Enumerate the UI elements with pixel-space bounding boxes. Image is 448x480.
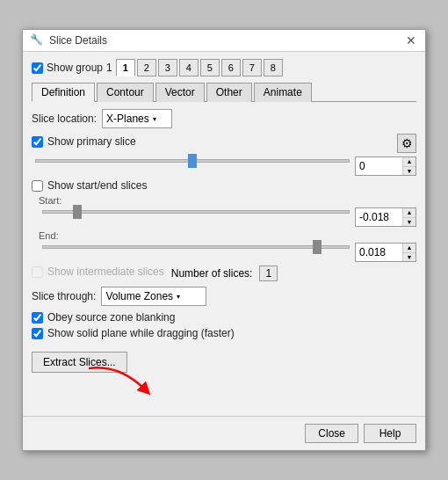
show-start-end-checkbox[interactable] <box>32 180 43 192</box>
start-spin-up[interactable]: ▲ <box>403 208 415 218</box>
close-button[interactable]: Close <box>305 424 358 443</box>
group-number: 1 <box>106 62 112 74</box>
primary-value: 0 <box>356 160 402 172</box>
end-slider-row: 0.018 ▲ ▼ <box>39 243 416 262</box>
help-button[interactable]: Help <box>364 424 416 443</box>
group-tab-4[interactable]: 4 <box>179 59 199 76</box>
app-icon: 🔧 <box>30 33 44 47</box>
group-tab-3[interactable]: 3 <box>158 59 177 76</box>
solid-plane-row: Show solid plane while dragging (faster) <box>32 327 416 339</box>
group-tab-7[interactable]: 7 <box>242 59 262 76</box>
group-tab-5[interactable]: 5 <box>200 59 220 76</box>
num-slices-label: Number of slices: <box>171 267 253 280</box>
start-spin-down[interactable]: ▼ <box>403 218 415 227</box>
intermediate-checkbox-row: Show intermediate slices <box>32 265 164 278</box>
group-tab-2[interactable]: 2 <box>137 59 156 76</box>
group-tab-1[interactable]: 1 <box>116 59 135 76</box>
end-label: End: <box>39 230 416 241</box>
show-primary-label: Show primary slice <box>47 135 136 148</box>
end-spin-down[interactable]: ▼ <box>403 253 415 262</box>
tab-definition[interactable]: Definition <box>32 83 95 102</box>
primary-spin-up[interactable]: ▲ <box>403 157 415 167</box>
slice-location-row: Slice location: X-Planes ▾ <box>32 109 416 128</box>
slice-through-select[interactable]: Volume Zones ▾ <box>101 287 206 306</box>
start-slider-row: -0.018 ▲ ▼ <box>39 207 416 227</box>
show-intermediate-label: Show intermediate slices <box>47 265 164 278</box>
start-spin[interactable]: -0.018 ▲ ▼ <box>355 207 416 227</box>
slice-through-label: Slice through: <box>32 290 96 302</box>
solid-plane-label: Show solid plane while dragging (faster) <box>47 327 235 339</box>
start-section: Start: -0.018 ▲ ▼ <box>32 195 416 227</box>
slice-details-dialog: 🔧 Slice Details ✕ Show group 1 1 2 3 4 5… <box>22 29 426 451</box>
show-group-label: Show group <box>47 62 103 74</box>
show-intermediate-checkbox[interactable] <box>32 266 43 278</box>
title-bar: 🔧 Slice Details ✕ <box>23 30 425 52</box>
end-value: 0.018 <box>356 246 402 258</box>
end-slider[interactable] <box>42 245 350 259</box>
primary-slider-row: 0 ▲ ▼ <box>32 156 416 176</box>
intermediate-row: Show intermediate slices Number of slice… <box>32 265 416 281</box>
footer-buttons: Close Help <box>23 416 425 450</box>
close-dialog-button[interactable]: ✕ <box>404 33 418 47</box>
tab-vector[interactable]: Vector <box>155 83 205 102</box>
show-group-checkbox[interactable] <box>32 62 43 74</box>
show-group-row: Show group 1 1 2 3 4 5 6 7 8 <box>32 59 416 76</box>
solid-plane-checkbox[interactable] <box>32 328 43 339</box>
primary-slider[interactable] <box>35 159 350 173</box>
slice-location-label: Slice location: <box>32 113 97 125</box>
extract-wrapper: Extract Slices... <box>32 345 127 373</box>
start-value: -0.018 <box>356 211 402 223</box>
primary-spin[interactable]: 0 ▲ ▼ <box>355 156 416 176</box>
extract-slices-button[interactable]: Extract Slices... <box>32 352 127 373</box>
obey-blanking-row: Obey source zone blanking <box>32 311 416 324</box>
tab-other[interactable]: Other <box>206 83 252 102</box>
show-primary-row: Show primary slice <box>32 135 136 148</box>
slice-location-arrow: ▾ <box>153 115 156 123</box>
start-label: Start: <box>39 195 416 206</box>
group-tab-8[interactable]: 8 <box>264 59 283 76</box>
num-slices-value: 1 <box>259 265 278 281</box>
dialog-title: Slice Details <box>49 34 107 47</box>
end-spin[interactable]: 0.018 ▲ ▼ <box>355 243 416 262</box>
start-slider[interactable] <box>42 210 350 224</box>
tab-animate[interactable]: Animate <box>254 83 312 102</box>
show-start-end-label: Show start/end slices <box>47 179 147 192</box>
group-tab-6[interactable]: 6 <box>221 59 241 76</box>
end-section: End: 0.018 ▲ ▼ <box>32 230 416 262</box>
primary-spin-down[interactable]: ▼ <box>403 167 415 176</box>
gear-button[interactable]: ⚙ <box>397 134 416 153</box>
dialog-body: Show group 1 1 2 3 4 5 6 7 8 Definition … <box>23 52 425 416</box>
slice-through-value: Volume Zones <box>105 290 173 302</box>
slice-through-row: Slice through: Volume Zones ▾ <box>32 287 416 306</box>
slice-through-arrow: ▾ <box>177 293 180 301</box>
show-start-end-row: Show start/end slices <box>32 179 416 192</box>
show-primary-checkbox[interactable] <box>32 136 43 148</box>
tab-contour[interactable]: Contour <box>97 83 154 102</box>
group-tabs: 1 2 3 4 5 6 7 8 <box>116 59 283 76</box>
main-tabs: Definition Contour Vector Other Animate <box>32 82 416 102</box>
end-spin-up[interactable]: ▲ <box>403 244 415 253</box>
obey-blanking-checkbox[interactable] <box>32 312 43 324</box>
slice-location-value: X-Planes <box>106 113 149 125</box>
obey-blanking-label: Obey source zone blanking <box>47 311 175 324</box>
slice-location-select[interactable]: X-Planes ▾ <box>102 109 172 128</box>
